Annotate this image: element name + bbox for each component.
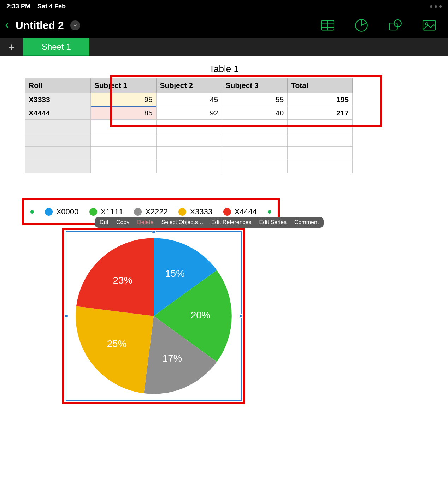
menu-item-edit-references[interactable]: Edit References [211,219,252,226]
col-header[interactable]: Subject 1 [90,78,156,93]
selection-handle[interactable] [268,210,271,214]
legend-label: X2222 [145,207,168,216]
legend-label: X0000 [56,207,79,216]
table-row[interactable] [25,133,353,147]
status-date: Sat 4 Feb [37,3,66,10]
canvas[interactable]: Table 1 Roll Subject 1 Subject 2 Subject… [0,56,448,418]
pie-slice-label: 23% [113,275,132,286]
legend-annotation-box: X0000 X1111 X2222 X3333 X4444 Cut Copy [22,198,280,225]
cell-total[interactable]: 217 [288,106,353,120]
chevron-down-icon [73,23,77,28]
table-row[interactable] [25,147,353,160]
status-bar: 2:33 PM Sat 4 Feb [0,0,448,13]
insert-media-button[interactable] [423,20,436,31]
selection-handle[interactable] [239,314,243,318]
menu-item-cut[interactable]: Cut [100,219,108,226]
cell-roll[interactable]: X3333 [25,93,91,106]
cell-roll[interactable]: X4444 [25,106,91,120]
legend-label: X4444 [235,207,257,216]
table-row[interactable] [25,120,353,133]
back-button[interactable]: ‹ [5,18,9,32]
legend-item[interactable]: X3333 [178,207,212,216]
menu-item-copy[interactable]: Copy [116,219,129,226]
table-row[interactable] [25,160,353,173]
svg-rect-7 [423,20,436,30]
menu-item-delete[interactable]: Delete [137,219,153,226]
tab-bar: + Sheet 1 [0,38,448,56]
legend-label: X3333 [190,207,212,216]
cell[interactable]: 45 [156,93,222,106]
svg-point-8 [425,23,428,25]
cell[interactable]: 85 [90,106,156,120]
legend-swatch [89,208,97,216]
chart-selection[interactable]: 15%20%17%25%23% [66,231,242,401]
selection-handle[interactable] [64,314,69,318]
legend-swatch [45,208,53,216]
table-row[interactable]: X4444 85 92 40 217 [25,106,353,120]
cell[interactable]: 92 [156,106,222,120]
sheet-tab-active[interactable]: Sheet 1 [23,38,89,56]
insert-table-button[interactable] [321,20,334,31]
pie-slice-label: 17% [163,353,182,364]
cell[interactable]: 40 [222,106,288,120]
pie-slice-label: 20% [191,310,210,321]
legend-swatch [178,208,186,216]
insert-shape-button[interactable] [389,20,402,31]
pie-slice-label: 15% [165,268,185,279]
selection-handle[interactable] [30,210,34,214]
status-time: 2:33 PM [6,3,30,10]
cell[interactable]: 95 [90,93,156,106]
insert-chart-button[interactable] [355,20,368,31]
chart-annotation-box: 15%20%17%25%23% [62,228,245,404]
menu-item-select-objects[interactable]: Select Objects… [161,219,204,226]
col-header[interactable]: Subject 2 [156,78,222,93]
pie-chart[interactable]: 15%20%17%25%23% [72,235,235,397]
legend-swatch [134,208,142,216]
selection-handle[interactable] [152,230,156,234]
cell-total[interactable]: 195 [288,93,353,106]
table-row[interactable]: X3333 95 45 55 195 [25,93,353,106]
legend-item[interactable]: X4444 [223,207,257,216]
legend-item[interactable]: X1111 [89,207,123,216]
table-title[interactable]: Table 1 [0,64,448,74]
col-header[interactable]: Subject 3 [222,78,288,93]
pie-slice-label: 25% [107,338,126,349]
pie-slice[interactable] [76,306,154,393]
legend-item[interactable]: X0000 [45,207,79,216]
spreadsheet-table[interactable]: Roll Subject 1 Subject 2 Subject 3 Total… [25,78,353,173]
add-sheet-button[interactable]: + [0,38,23,56]
menu-item-edit-series[interactable]: Edit Series [259,219,287,226]
col-header[interactable]: Total [288,78,353,93]
legend-item[interactable]: X2222 [134,207,168,216]
legend-swatch [223,208,231,216]
title-dropdown[interactable] [70,20,80,30]
sheet-tab-label: Sheet 1 [42,42,71,52]
table-wrap: Roll Subject 1 Subject 2 Subject 3 Total… [25,78,353,173]
cell[interactable]: 55 [222,93,288,106]
col-header[interactable]: Roll [25,78,91,93]
context-menu: Cut Copy Delete Select Objects… Edit Ref… [95,217,324,228]
status-ellipsis[interactable] [430,5,442,8]
document-title[interactable]: Untitled 2 [16,19,64,31]
chart-legend[interactable]: X0000 X1111 X2222 X3333 X4444 [30,207,271,216]
menu-item-comment[interactable]: Comment [294,219,319,226]
title-bar: ‹ Untitled 2 [0,13,448,38]
legend-label: X1111 [101,207,123,216]
